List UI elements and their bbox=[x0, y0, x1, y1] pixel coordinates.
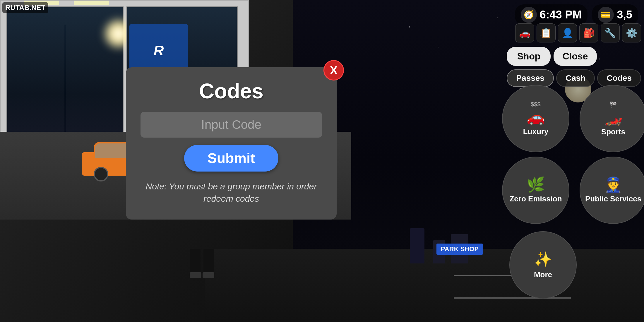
char-shoe-right bbox=[203, 272, 214, 278]
luxury-price: $$$ bbox=[531, 101, 540, 108]
car-wheel-left bbox=[94, 167, 108, 181]
tab-passes[interactable]: Passes bbox=[507, 69, 554, 87]
character bbox=[184, 220, 220, 278]
category-more[interactable]: ✨ More bbox=[509, 231, 577, 299]
sports-icon: 🏎️ bbox=[604, 110, 622, 125]
category-public-services[interactable]: 👮 Public Services bbox=[580, 157, 644, 224]
modal-close-button[interactable]: X bbox=[323, 60, 344, 80]
hud-icons-row: 🚗 📋 👤 🎒 🔧 ⚙️ bbox=[515, 23, 641, 42]
ceiling-strip-2 bbox=[74, 1, 109, 5]
shop-button[interactable]: Shop bbox=[507, 47, 551, 66]
list-hud-icon[interactable]: 📋 bbox=[537, 23, 556, 42]
codes-modal-title: Codes bbox=[141, 79, 322, 103]
zero-emission-icon: 🌿 bbox=[527, 177, 545, 192]
hud-money: 3,5 bbox=[617, 8, 632, 21]
sports-price: 🏁 bbox=[610, 101, 617, 108]
more-label: More bbox=[534, 270, 552, 279]
road bbox=[205, 249, 644, 322]
vehicle-grid: $$$ 🚗 Luxury 🏁 🏎️ Sports 🌿 Zero Emission… bbox=[502, 85, 641, 224]
wallet-icon: 💳 bbox=[598, 7, 614, 23]
submit-button[interactable]: Submit bbox=[184, 145, 279, 172]
shop-tabs: Passes Cash Codes bbox=[507, 69, 641, 87]
char-shoe-left bbox=[190, 272, 201, 278]
site-label: RUTAB.NET bbox=[2, 2, 48, 13]
hud-money-group: 💳 3,5 bbox=[592, 4, 638, 25]
sports-label: Sports bbox=[601, 127, 625, 136]
luxury-label: Luxury bbox=[523, 127, 549, 136]
settings-hud-icon[interactable]: ⚙️ bbox=[622, 23, 641, 42]
tab-cash[interactable]: Cash bbox=[556, 69, 595, 87]
hud-time: 6:43 PM bbox=[540, 8, 582, 21]
tab-codes[interactable]: Codes bbox=[597, 69, 641, 87]
compass-icon: 🧭 bbox=[521, 7, 537, 23]
close-shop-button[interactable]: Close bbox=[554, 47, 597, 66]
zero-emission-label: Zero Emission bbox=[509, 194, 562, 203]
shop-panel: Shop Close Passes Cash Codes bbox=[507, 47, 641, 87]
car-hud-icon[interactable]: 🚗 bbox=[515, 23, 534, 42]
public-services-icon: 👮 bbox=[604, 177, 622, 192]
category-luxury[interactable]: $$$ 🚗 Luxury bbox=[502, 85, 569, 152]
category-zero-emission[interactable]: 🌿 Zero Emission bbox=[502, 157, 569, 224]
wrench-hud-icon[interactable]: 🔧 bbox=[601, 23, 620, 42]
public-services-label: Public Services bbox=[585, 194, 641, 203]
codes-modal: X Codes Submit Note: You must be a group… bbox=[126, 67, 337, 220]
hud-time-group: 🧭 6:43 PM bbox=[515, 4, 588, 25]
code-input[interactable] bbox=[141, 112, 322, 138]
distant-building-3 bbox=[410, 228, 424, 263]
parking-sign: PARK SHOP bbox=[436, 244, 483, 255]
bag-hud-icon[interactable]: 🎒 bbox=[579, 23, 598, 42]
shop-top-row: Shop Close bbox=[507, 47, 641, 66]
codes-note: Note: You must be a group member in orde… bbox=[141, 180, 322, 205]
category-sports[interactable]: 🏁 🏎️ Sports bbox=[580, 85, 644, 152]
more-icon: ✨ bbox=[534, 251, 552, 268]
luxury-icon: 🚗 bbox=[527, 110, 545, 125]
person-hud-icon[interactable]: 👤 bbox=[558, 23, 577, 42]
